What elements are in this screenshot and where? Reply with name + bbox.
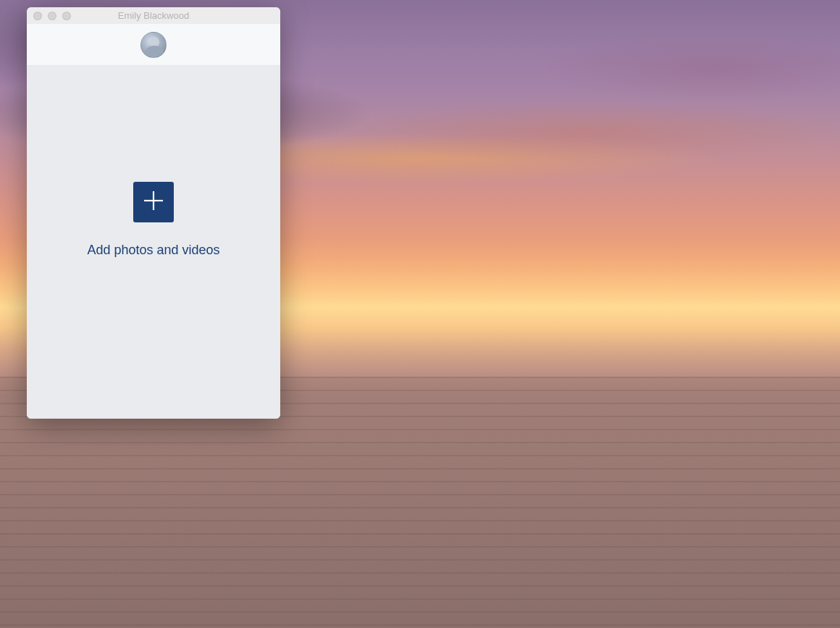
window-title: Emily Blackwood	[118, 10, 189, 21]
window-controls	[33, 12, 71, 20]
user-avatar[interactable]	[140, 32, 167, 58]
close-button[interactable]	[33, 12, 42, 20]
app-window: Emily Blackwood Add photos and videos	[27, 7, 280, 419]
add-media-button[interactable]	[133, 182, 174, 222]
add-media-label: Add photos and videos	[87, 243, 219, 258]
upload-dropzone[interactable]: Add photos and videos	[27, 66, 280, 419]
header-bar	[27, 24, 280, 66]
window-titlebar: Emily Blackwood	[27, 7, 280, 24]
minimize-button[interactable]	[48, 12, 56, 20]
maximize-button[interactable]	[62, 12, 71, 20]
plus-icon	[141, 188, 166, 216]
